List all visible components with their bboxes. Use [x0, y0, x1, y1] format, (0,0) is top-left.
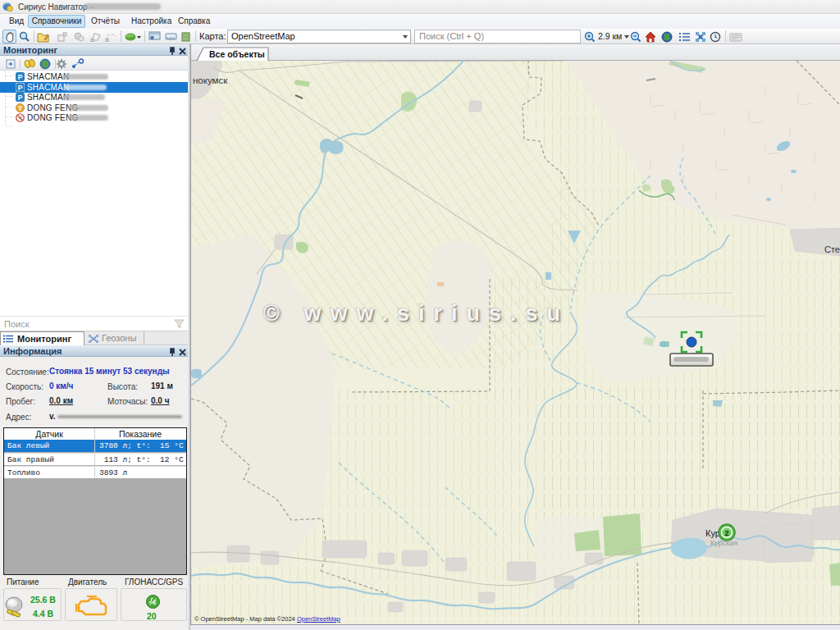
svg-text:2: 2 — [724, 529, 728, 537]
svg-text:P: P — [18, 94, 23, 102]
svg-text:Кур: Кур — [705, 528, 720, 538]
svg-text:нокумск: нокумск — [193, 75, 228, 85]
svg-text:P: P — [18, 73, 23, 81]
svg-text:Все объекты: Все объекты — [209, 49, 265, 59]
svg-text:Степ: Степ — [824, 244, 840, 254]
svg-text:P: P — [18, 83, 23, 91]
